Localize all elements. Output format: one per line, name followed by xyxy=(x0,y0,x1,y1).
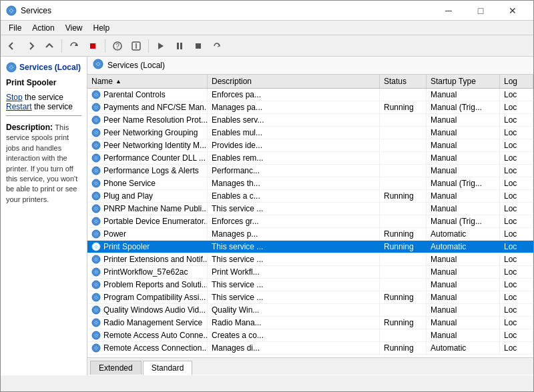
service-name-cell: Program Compatibility Assi... xyxy=(87,291,208,303)
service-icon xyxy=(91,267,101,277)
service-row[interactable]: Program Compatibility Assi...This servic… xyxy=(87,291,533,304)
service-row[interactable]: Peer Networking GroupingEnables mul...Ma… xyxy=(87,127,533,139)
svg-point-14 xyxy=(97,63,99,65)
service-description-cell: Enables mul... xyxy=(208,127,380,139)
service-log-cell: Loc xyxy=(500,304,533,316)
up-button[interactable] xyxy=(41,37,58,55)
service-log-cell: Loc xyxy=(500,241,533,253)
service-description-cell: This service ... xyxy=(208,291,380,303)
service-row[interactable]: Performance Logs & AlertsPerformanc...Ma… xyxy=(87,165,533,177)
svg-point-16 xyxy=(95,93,97,96)
service-log-cell: Loc xyxy=(500,203,533,215)
service-row[interactable]: Phone ServiceManages th...Manual (Trig..… xyxy=(87,177,533,190)
service-status-cell: Running xyxy=(380,317,427,329)
service-status-cell xyxy=(380,89,427,101)
service-status-cell xyxy=(380,266,427,278)
service-icon xyxy=(91,242,101,251)
menu-bar: File Action View Help xyxy=(1,21,533,35)
restart-service-link[interactable]: Restart xyxy=(6,102,32,111)
service-row[interactable]: Remote Access Connection...Manages di...… xyxy=(87,342,533,355)
col-header-description[interactable]: Description xyxy=(208,75,380,88)
service-row[interactable]: Radio Management ServiceRadio Mana...Run… xyxy=(87,317,533,329)
col-header-status[interactable]: Status xyxy=(380,75,427,88)
service-description-cell: Print Workfl... xyxy=(208,266,380,278)
service-name-text: Peer Networking Identity M... xyxy=(103,141,206,150)
service-log-cell: Loc xyxy=(500,291,533,303)
col-header-log[interactable]: Log xyxy=(500,75,533,88)
service-log-cell: Loc xyxy=(500,317,533,329)
close-button[interactable]: ✕ xyxy=(497,1,528,21)
service-row[interactable]: Quality Windows Audio Vid...Quality Win.… xyxy=(87,304,533,317)
back-button[interactable] xyxy=(3,37,21,55)
stop-suffix: the service xyxy=(23,93,63,102)
play-button[interactable] xyxy=(152,37,170,55)
service-startup-cell: Manual xyxy=(427,165,500,177)
refresh-button[interactable] xyxy=(65,37,83,55)
service-status-cell: Running xyxy=(380,190,427,202)
service-log-cell: Loc xyxy=(500,165,533,177)
service-icon xyxy=(91,103,101,112)
service-description-cell: This service ... xyxy=(208,241,380,253)
col-header-name[interactable]: Name ▲ xyxy=(87,75,208,88)
stop-button[interactable] xyxy=(84,37,101,55)
service-row[interactable]: Payments and NFC/SE Man...Manages pa...R… xyxy=(87,101,533,114)
service-row[interactable]: PrintWorkflow_57e62acPrint Workfl...Manu… xyxy=(87,266,533,279)
service-row[interactable]: PowerManages p...RunningAutomaticLoc xyxy=(87,228,533,241)
forward-button[interactable] xyxy=(22,37,39,55)
service-icon xyxy=(91,293,101,302)
service-startup-cell: Automatic xyxy=(427,241,500,253)
service-status-cell xyxy=(380,203,427,215)
service-description-cell: Manages di... xyxy=(208,342,380,354)
service-row[interactable]: Peer Networking Identity M...Provides id… xyxy=(87,139,533,152)
maximize-button[interactable]: □ xyxy=(465,1,496,21)
service-log-cell: Loc xyxy=(500,253,533,265)
stop-service-link[interactable]: Stop xyxy=(6,93,23,102)
tab-extended[interactable]: Extended xyxy=(90,361,142,375)
menu-help[interactable]: Help xyxy=(88,22,115,34)
service-row[interactable]: Remote Access Auto Conne...Creates a co.… xyxy=(87,329,533,342)
service-name-text: PrintWorkflow_57e62ac xyxy=(103,267,188,277)
service-icon xyxy=(91,191,101,201)
service-row[interactable]: Printer Extensions and Notif...This serv… xyxy=(87,253,533,266)
service-status-cell: Running xyxy=(380,342,427,354)
service-description-cell: This service ... xyxy=(208,203,380,215)
service-row[interactable]: Problem Reports and Soluti...This servic… xyxy=(87,279,533,291)
menu-action[interactable]: Action xyxy=(27,22,59,34)
service-startup-cell: Manual (Trig... xyxy=(427,177,500,189)
col-header-startup[interactable]: Startup Type xyxy=(427,75,500,88)
svg-rect-10 xyxy=(196,43,201,49)
service-status-cell: Running xyxy=(380,241,427,253)
service-row[interactable]: Peer Name Resolution Prot...Enables serv… xyxy=(87,114,533,127)
menu-view[interactable]: View xyxy=(60,22,88,34)
service-startup-cell: Manual xyxy=(427,317,500,329)
tab-standard[interactable]: Standard xyxy=(143,361,193,375)
service-status-cell: Running xyxy=(380,101,427,113)
service-icon xyxy=(91,255,101,264)
svg-point-22 xyxy=(95,131,97,134)
service-description-cell: Enables rem... xyxy=(208,152,380,164)
service-row[interactable]: Plug and PlayEnables a c...RunningManual… xyxy=(87,190,533,203)
restart-button[interactable] xyxy=(208,37,226,55)
service-row[interactable]: Parental ControlsEnforces pa...ManualLoc xyxy=(87,89,533,101)
services-table-body[interactable]: Parental ControlsEnforces pa...ManualLoc… xyxy=(87,89,533,357)
service-log-cell: Loc xyxy=(500,215,533,227)
service-icon xyxy=(91,343,101,353)
service-row[interactable]: PNRP Machine Name Publi...This service .… xyxy=(87,203,533,215)
svg-point-32 xyxy=(95,195,97,197)
service-name-cell: Quality Windows Audio Vid... xyxy=(87,304,208,316)
left-panel-header[interactable]: Services (Local) xyxy=(19,63,81,72)
help-button[interactable]: ? xyxy=(109,37,126,55)
menu-file[interactable]: File xyxy=(3,22,27,34)
minimize-button[interactable]: ─ xyxy=(433,1,464,21)
export-button[interactable] xyxy=(127,37,145,55)
service-name-text: Remote Access Connection... xyxy=(103,343,208,353)
service-name-cell: Peer Name Resolution Prot... xyxy=(87,114,208,126)
pause-button[interactable] xyxy=(171,37,188,55)
service-row[interactable]: Portable Device Enumerator...Enforces gr… xyxy=(87,215,533,228)
service-row[interactable]: Performance Counter DLL ...Enables rem..… xyxy=(87,152,533,165)
toolbar-sep2 xyxy=(105,39,105,53)
service-description-cell: Performanc... xyxy=(208,165,380,177)
service-name-cell: Parental Controls xyxy=(87,89,208,101)
service-row[interactable]: Print SpoolerThis service ...RunningAuto… xyxy=(87,241,533,253)
stop2-button[interactable] xyxy=(190,37,207,55)
